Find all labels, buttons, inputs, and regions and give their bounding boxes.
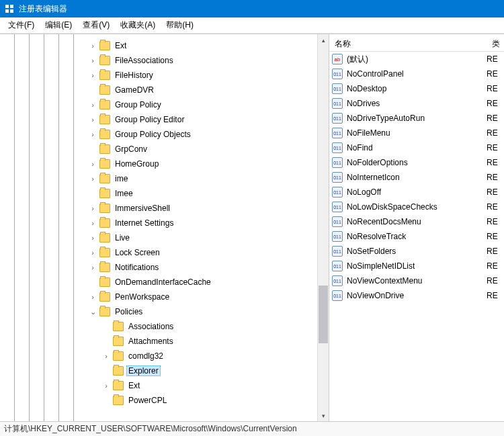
tree-label[interactable]: comdlg32: [126, 351, 165, 361]
menu-view[interactable]: 查看(V): [77, 18, 115, 32]
value-row[interactable]: 011NoFindRE: [329, 140, 504, 155]
chevron-right-icon[interactable]: ›: [87, 42, 98, 50]
value-type: RE: [487, 187, 504, 197]
tree-label[interactable]: GrpConv: [113, 144, 149, 155]
value-row[interactable]: 011NoControlPanelRE: [329, 67, 504, 81]
tree-label[interactable]: Policies: [113, 306, 144, 317]
menu-favorites[interactable]: 收藏夹(A): [115, 18, 161, 32]
column-header-name[interactable]: 名称: [329, 37, 487, 51]
tree-node[interactable]: Associations: [74, 319, 329, 334]
chevron-right-icon[interactable]: ›: [87, 263, 98, 271]
value-row[interactable]: 011NoDesktopRE: [329, 81, 504, 96]
tree-node[interactable]: ›PenWorkspace: [74, 290, 329, 304]
tree-node[interactable]: ›FileAssociations: [74, 53, 329, 68]
value-row[interactable]: 011NoDriveTypeAutoRunRE: [329, 111, 504, 126]
menu-help[interactable]: 帮助(H): [161, 18, 199, 32]
tree-node[interactable]: Explorer: [74, 363, 329, 378]
value-row[interactable]: 011NoViewContextMenuRE: [329, 273, 504, 288]
tree-node[interactable]: ›HomeGroup: [74, 157, 329, 171]
tree-label[interactable]: Ext: [126, 380, 142, 391]
tree-scrollbar[interactable]: ▴ ▾: [317, 34, 329, 421]
value-row[interactable]: 011NoResolveTrackRE: [329, 229, 504, 244]
tree-label[interactable]: Ext: [113, 40, 128, 51]
chevron-right-icon[interactable]: ›: [87, 219, 98, 227]
tree-label[interactable]: FileHistory: [113, 70, 155, 81]
value-row[interactable]: 011NoRecentDocsMenuRE: [329, 214, 504, 229]
scroll-up-button[interactable]: ▴: [318, 34, 329, 46]
value-row[interactable]: 011NoInternetIconRE: [329, 170, 504, 185]
chevron-right-icon[interactable]: ›: [101, 382, 112, 390]
scroll-thumb[interactable]: [319, 286, 328, 343]
value-row[interactable]: 011NoFileMenuRE: [329, 126, 504, 140]
menu-edit[interactable]: 编辑(E): [40, 18, 77, 32]
tree-label[interactable]: Notifications: [113, 262, 161, 273]
tree-label[interactable]: PowerCPL: [126, 395, 169, 406]
menu-file[interactable]: 文件(F): [3, 18, 40, 32]
binary-value-icon: 011: [332, 246, 343, 257]
tree-label[interactable]: Group Policy Editor: [113, 114, 186, 125]
tree-node[interactable]: PowerCPL: [74, 393, 329, 408]
chevron-right-icon[interactable]: ›: [87, 130, 98, 138]
chevron-right-icon[interactable]: ›: [87, 293, 98, 301]
tree-node[interactable]: ›FileHistory: [74, 68, 329, 83]
value-row[interactable]: 011NoLowDiskSpaceChecksRE: [329, 200, 504, 214]
tree-label[interactable]: ImmersiveShell: [113, 203, 172, 214]
tree-label[interactable]: Internet Settings: [113, 218, 175, 228]
chevron-down-icon[interactable]: ⌄: [87, 308, 98, 316]
chevron-right-icon[interactable]: ›: [87, 71, 98, 79]
tree-scroll-area[interactable]: ›Ext›FileAssociations›FileHistoryGameDVR…: [74, 34, 329, 421]
tree-label[interactable]: ime: [113, 173, 130, 184]
value-row[interactable]: 011NoSimpleNetIDListRE: [329, 259, 504, 273]
chevron-right-icon[interactable]: ›: [87, 234, 98, 242]
tree-node[interactable]: ›Group Policy: [74, 97, 329, 112]
tree-label[interactable]: FileAssociations: [113, 55, 175, 66]
tree-node[interactable]: GameDVR: [74, 83, 329, 97]
tree-node[interactable]: ›Group Policy Objects: [74, 127, 329, 142]
tree-node[interactable]: ›Ext: [74, 378, 329, 393]
tree-label[interactable]: Explorer: [126, 365, 161, 376]
tree-label[interactable]: Imee: [113, 188, 135, 199]
tree-node[interactable]: ›Group Policy Editor: [74, 112, 329, 127]
tree-label[interactable]: Group Policy: [113, 99, 163, 110]
tree-node[interactable]: ›Notifications: [74, 260, 329, 275]
chevron-right-icon[interactable]: ›: [87, 101, 98, 109]
value-row[interactable]: 011NoViewOnDriveRE: [329, 288, 504, 303]
tree-label[interactable]: GameDVR: [113, 85, 156, 95]
value-row[interactable]: 011NoSetFoldersRE: [329, 244, 504, 259]
chevron-right-icon[interactable]: ›: [87, 175, 98, 183]
tree-node[interactable]: ›Ext: [74, 38, 329, 53]
value-row[interactable]: 011NoLogOffRE: [329, 185, 504, 200]
tree-label[interactable]: Associations: [126, 321, 175, 332]
tree-node[interactable]: ›comdlg32: [74, 349, 329, 363]
tree-node[interactable]: OnDemandInterfaceCache: [74, 275, 329, 290]
folder-icon: [99, 144, 110, 154]
tree-node[interactable]: Attachments: [74, 334, 329, 349]
scroll-down-button[interactable]: ▾: [318, 410, 329, 421]
tree-node[interactable]: Imee: [74, 186, 329, 201]
value-name: NoFolderOptions: [347, 158, 487, 167]
tree-label[interactable]: PenWorkspace: [113, 292, 171, 302]
tree-node[interactable]: ⌄Policies: [74, 304, 329, 319]
tree-node[interactable]: ›Internet Settings: [74, 216, 329, 230]
chevron-right-icon[interactable]: ›: [87, 116, 98, 124]
value-row[interactable]: ab(默认)RE: [329, 52, 504, 67]
tree-label[interactable]: Group Policy Objects: [113, 129, 193, 140]
chevron-right-icon[interactable]: ›: [87, 160, 98, 168]
chevron-right-icon[interactable]: ›: [87, 56, 98, 64]
tree-label[interactable]: OnDemandInterfaceCache: [113, 277, 213, 288]
tree-node[interactable]: ›Lock Screen: [74, 245, 329, 260]
column-header-type[interactable]: 类: [487, 37, 504, 51]
tree-label[interactable]: HomeGroup: [113, 159, 161, 169]
chevron-right-icon[interactable]: ›: [87, 204, 98, 212]
tree-node[interactable]: GrpConv: [74, 142, 329, 157]
tree-node[interactable]: ›Live: [74, 230, 329, 245]
tree-label[interactable]: Live: [113, 232, 132, 243]
tree-node[interactable]: ›ImmersiveShell: [74, 201, 329, 216]
chevron-right-icon[interactable]: ›: [87, 249, 98, 257]
tree-node[interactable]: ›ime: [74, 171, 329, 186]
tree-label[interactable]: Lock Screen: [113, 247, 162, 258]
value-row[interactable]: 011NoDrivesRE: [329, 96, 504, 111]
value-row[interactable]: 011NoFolderOptionsRE: [329, 155, 504, 170]
chevron-right-icon[interactable]: ›: [101, 352, 112, 360]
tree-label[interactable]: Attachments: [126, 336, 175, 347]
